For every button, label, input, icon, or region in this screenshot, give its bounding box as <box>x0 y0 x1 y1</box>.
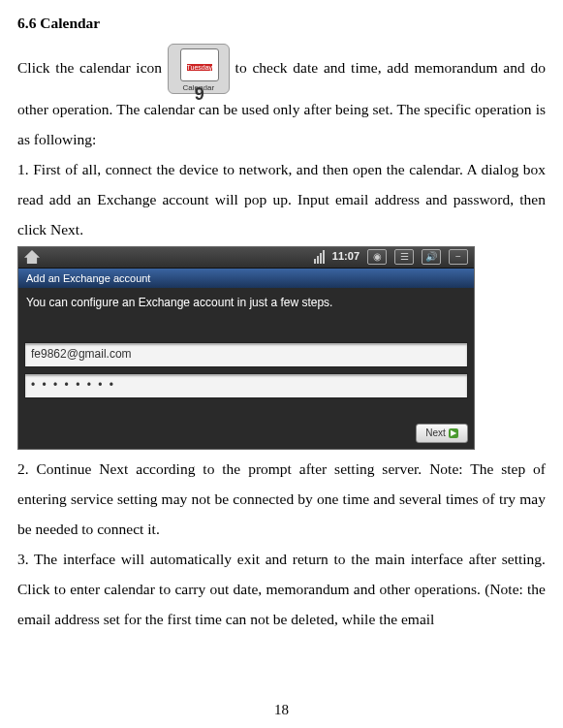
next-button[interactable]: Next ▶ <box>416 424 468 443</box>
next-arrow-icon: ▶ <box>449 428 458 438</box>
minus-icon[interactable]: − <box>449 249 468 265</box>
instruction-text: You can configure an Exchange account in… <box>18 288 474 317</box>
menu-icon[interactable]: ☰ <box>394 249 414 265</box>
step-3-text: 3. The interface will automatically exit… <box>17 544 546 634</box>
status-time: 11:07 <box>332 250 360 263</box>
embedded-screenshot: 11:07 ◉ ☰ 🔊 − Add an Exchange account Yo… <box>17 246 475 450</box>
camera-icon[interactable]: ◉ <box>367 249 387 265</box>
calendar-icon-month: Tuesday <box>187 64 213 71</box>
password-field[interactable]: • • • • • • • • <box>24 373 468 398</box>
step-1-text: 1. First of all, connect the device to n… <box>17 154 546 244</box>
section-heading: 6.6 Calendar <box>17 8 546 38</box>
home-icon[interactable] <box>24 250 40 264</box>
status-bar: 11:07 ◉ ☰ 🔊 − <box>18 247 474 269</box>
title-bar: Add an Exchange account <box>18 269 474 288</box>
next-button-label: Next <box>425 427 446 439</box>
signal-icon <box>314 250 325 264</box>
email-field[interactable]: fe9862@gmail.com <box>24 342 468 367</box>
calendar-icon: Tuesday 9 Calendar <box>168 44 230 94</box>
calendar-icon-label: Calendar <box>169 84 229 92</box>
intro-paragraph: Click the calendar icon Tuesday 9 Calend… <box>17 44 546 154</box>
intro-before: Click the calendar icon <box>17 59 168 76</box>
page-number: 18 <box>0 695 563 724</box>
volume-icon[interactable]: 🔊 <box>422 249 441 265</box>
step-2-text: 2. Continue Next according to the prompt… <box>17 454 546 544</box>
